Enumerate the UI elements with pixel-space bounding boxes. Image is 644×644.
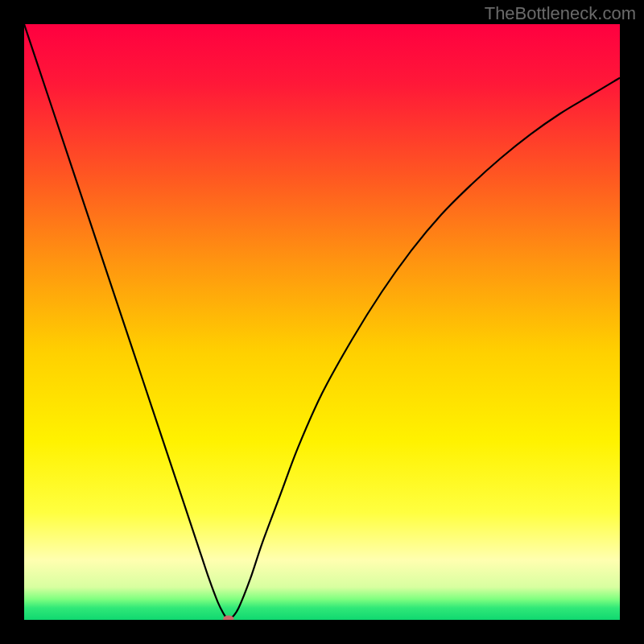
chart-svg bbox=[24, 24, 620, 620]
plot-area bbox=[24, 24, 620, 620]
watermark-text: TheBottleneck.com bbox=[485, 3, 636, 24]
gradient-background bbox=[24, 24, 620, 620]
chart-container: TheBottleneck.com bbox=[0, 0, 644, 644]
